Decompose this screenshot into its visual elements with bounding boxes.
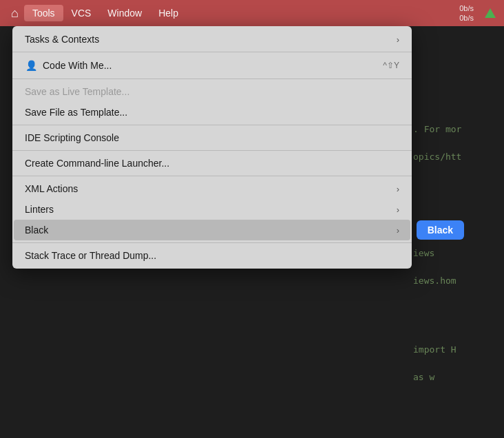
code-line-5: import H: [413, 344, 456, 355]
upload-icon: [482, 5, 498, 21]
linters-label: Linters: [25, 204, 54, 215]
menu-vcs[interactable]: VCS: [63, 5, 100, 21]
menu-item-ide-scripting[interactable]: IDE Scripting Console: [14, 127, 410, 148]
code-line-3: iews: [413, 248, 434, 258]
menu-item-black[interactable]: Black › Black: [14, 220, 410, 240]
menu-item-save-live-template: Save as Live Template...: [14, 81, 410, 102]
xml-actions-label: XML Actions: [25, 183, 78, 194]
divider-5: [12, 176, 412, 176]
stack-trace-label: Stack Trace or Thread Dump...: [25, 250, 156, 261]
divider-6: [12, 242, 412, 243]
divider-3: [12, 125, 412, 125]
code-line-2: opics/htt: [413, 152, 461, 162]
menu-item-create-cmd-launcher[interactable]: Create Command-line Launcher...: [14, 153, 410, 174]
code-line-1: . For mor: [413, 124, 461, 134]
divider-4: [12, 150, 412, 151]
bandwidth-down: 0b/s: [459, 13, 474, 23]
menu-item-xml-actions[interactable]: XML Actions ›: [14, 178, 410, 199]
menubar-right: 0b/s 0b/s: [459, 3, 498, 23]
black-chevron: ›: [397, 225, 399, 236]
menu-item-code-with-me[interactable]: 👤 Code With Me... ^⇧Y: [14, 54, 410, 76]
code-with-me-label: Code With Me...: [43, 60, 112, 71]
menubar: ⌂ Tools VCS Window Help 0b/s 0b/s: [0, 0, 504, 26]
menu-item-linters[interactable]: Linters ›: [14, 199, 410, 220]
menu-item-tasks[interactable]: Tasks & Contexts ›: [14, 29, 410, 50]
tools-dropdown-menu: Tasks & Contexts › 👤 Code With Me... ^⇧Y…: [12, 26, 412, 269]
code-line-6: as w: [413, 372, 434, 382]
save-live-template-label: Save as Live Template...: [25, 86, 129, 97]
menu-tools[interactable]: Tools: [24, 5, 63, 21]
menu-window[interactable]: Window: [99, 5, 150, 21]
divider-2: [12, 79, 412, 79]
ide-scripting-label: IDE Scripting Console: [25, 132, 119, 143]
linters-chevron: ›: [397, 205, 399, 215]
menu-help[interactable]: Help: [150, 5, 187, 21]
black-label: Black: [25, 225, 48, 236]
person-icon: 👤: [25, 59, 37, 72]
code-line-4: iews.hom: [413, 275, 456, 286]
code-with-me-shortcut: ^⇧Y: [383, 61, 399, 70]
tasks-chevron: ›: [397, 34, 399, 45]
bandwidth-display: 0b/s 0b/s: [459, 3, 474, 23]
save-file-template-label: Save File as Template...: [25, 107, 127, 118]
create-cmd-launcher-label: Create Command-line Launcher...: [25, 158, 169, 169]
bandwidth-up: 0b/s: [459, 3, 474, 13]
divider-1: [12, 52, 412, 52]
ide-home-icon[interactable]: ⌂: [6, 5, 24, 22]
menu-item-save-file-template[interactable]: Save File as Template...: [14, 102, 410, 123]
menu-item-stack-trace[interactable]: Stack Trace or Thread Dump...: [14, 245, 410, 266]
tasks-label: Tasks & Contexts: [25, 34, 99, 45]
black-badge: Black: [417, 220, 464, 240]
xml-actions-chevron: ›: [397, 184, 399, 194]
